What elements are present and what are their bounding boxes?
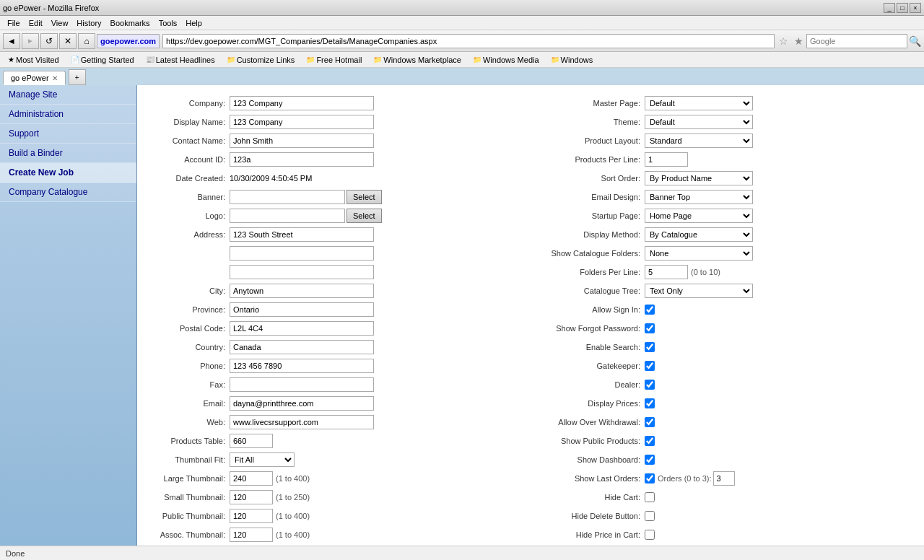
product-layout-select[interactable]: Standard [645, 134, 753, 148]
thumbnail-fit-select[interactable]: Fit All [230, 452, 295, 467]
contact-name-label: Contact Name: [150, 136, 230, 145]
menu-help[interactable]: Help [181, 17, 206, 29]
company-input[interactable] [230, 96, 374, 110]
assoc-thumbnail-input[interactable] [230, 528, 273, 542]
hide-price-in-cart-checkbox[interactable] [645, 530, 655, 540]
bookmark-customize-links-label: Customize Links [237, 56, 295, 64]
sidebar-item-company-catalogue[interactable]: Company Catalogue [0, 183, 136, 202]
new-tab-button[interactable]: + [69, 69, 86, 85]
menu-history[interactable]: History [72, 17, 105, 29]
search-icon[interactable]: 🔍 [909, 35, 921, 47]
bookmark-icon[interactable]: ★ [793, 35, 805, 47]
menu-view[interactable]: View [47, 17, 73, 29]
gatekeeper-checkbox[interactable] [645, 361, 655, 371]
contact-name-input[interactable] [230, 134, 374, 148]
address2-input[interactable] [230, 246, 374, 261]
web-input[interactable] [230, 415, 374, 429]
phone-input[interactable] [230, 359, 374, 373]
sidebar-item-support[interactable]: Support [0, 124, 136, 144]
back-button[interactable]: ◄ [3, 33, 20, 49]
country-input[interactable] [230, 340, 374, 354]
show-dashboard-label: Show Dashboard: [536, 455, 645, 464]
search-input[interactable] [806, 34, 907, 48]
email-input[interactable] [230, 396, 374, 411]
assoc-thumbnail-hint: (1 to 400) [276, 530, 310, 539]
show-last-orders-row: Show Last Orders: Orders (0 to 3): [536, 471, 911, 486]
folders-per-line-input[interactable] [645, 265, 688, 279]
web-label: Web: [150, 418, 230, 426]
display-method-select[interactable]: By Catalogue [645, 227, 753, 242]
display-prices-checkbox[interactable] [645, 398, 655, 408]
display-name-input[interactable] [230, 115, 374, 129]
refresh-button[interactable]: ↺ [40, 33, 58, 49]
bookmark-windows[interactable]: 📁 Windows [546, 54, 598, 66]
stop-button[interactable]: ✕ [59, 33, 77, 49]
allow-over-withdrawal-checkbox[interactable] [645, 417, 655, 427]
sidebar-item-create-new-job[interactable]: Create New Job [0, 163, 136, 183]
tab-close-icon[interactable]: ✕ [52, 74, 58, 82]
minimize-button[interactable]: _ [884, 3, 895, 13]
startup-page-select[interactable]: Home Page [645, 209, 753, 223]
catalogue-tree-select[interactable]: Text Only [645, 284, 753, 298]
bookmark-most-visited[interactable]: ★ Most Visited [3, 54, 64, 66]
master-page-label: Master Page: [536, 99, 645, 108]
sidebar-item-administration[interactable]: Administration [0, 105, 136, 124]
banner-select-button[interactable]: Select [346, 190, 382, 204]
home-button[interactable]: ⌂ [78, 33, 95, 49]
theme-select[interactable]: Default [645, 115, 753, 129]
sidebar-item-manage-site[interactable]: Manage Site [0, 85, 136, 105]
show-catalogue-folders-select[interactable]: None [645, 246, 753, 261]
master-page-select[interactable]: Default [645, 96, 753, 110]
small-thumbnail-input[interactable] [230, 490, 273, 504]
products-per-line-input[interactable] [645, 152, 688, 167]
sort-order-select[interactable]: By Product Name [645, 171, 753, 185]
city-input[interactable] [230, 284, 374, 298]
address3-input[interactable] [230, 265, 374, 279]
logo-input[interactable] [230, 209, 345, 223]
bookmark-getting-started[interactable]: 📄 Getting Started [66, 54, 139, 66]
public-thumbnail-input[interactable] [230, 509, 273, 523]
show-last-orders-checkbox[interactable] [645, 473, 655, 484]
show-public-products-checkbox[interactable] [645, 436, 655, 446]
logo-select-button[interactable]: Select [346, 209, 382, 223]
maximize-button[interactable]: □ [897, 3, 908, 13]
banner-input[interactable] [230, 190, 345, 204]
hide-cart-checkbox[interactable] [645, 492, 655, 502]
enable-search-checkbox[interactable] [645, 342, 655, 352]
products-table-input[interactable] [230, 434, 273, 448]
phone-row: Phone: [150, 358, 525, 374]
menu-edit[interactable]: Edit [25, 17, 47, 29]
postal-code-input[interactable] [230, 321, 374, 336]
close-button[interactable]: × [910, 3, 921, 13]
province-input[interactable] [230, 302, 374, 317]
sidebar: Manage Site Administration Support Build… [0, 85, 137, 546]
menu-file[interactable]: File [3, 17, 25, 29]
window-controls[interactable]: _ □ × [884, 3, 921, 13]
show-forgot-password-checkbox[interactable] [645, 323, 655, 333]
hide-delete-button-checkbox[interactable] [645, 511, 655, 521]
fax-input[interactable] [230, 377, 374, 392]
tab-go-epower[interactable]: go ePower ✕ [3, 71, 66, 85]
favorite-icon[interactable]: ☆ [777, 35, 790, 47]
sidebar-item-build-a-binder[interactable]: Build a Binder [0, 144, 136, 163]
bookmark-latest-headlines[interactable]: 📰 Latest Headlines [141, 54, 220, 66]
large-thumbnail-input[interactable] [230, 471, 273, 486]
left-section: Company: Display Name: Contact Name: Acc… [144, 92, 531, 546]
menu-bookmarks[interactable]: Bookmarks [106, 17, 154, 29]
product-layout-row: Product Layout: Standard [536, 133, 911, 149]
bookmark-customize-links[interactable]: 📁 Customize Links [222, 54, 300, 66]
show-last-orders-input[interactable] [713, 471, 735, 486]
address-input[interactable] [230, 227, 374, 242]
email-design-select[interactable]: Banner Top [645, 190, 753, 204]
allow-sign-in-checkbox[interactable] [645, 305, 655, 315]
address-input[interactable] [162, 34, 775, 48]
bookmark-windows-marketplace[interactable]: 📁 Windows Marketplace [368, 54, 466, 66]
dealer-checkbox[interactable] [645, 380, 655, 390]
address2-row [150, 245, 525, 261]
bookmark-windows-media[interactable]: 📁 Windows Media [468, 54, 544, 66]
forward-button[interactable]: ► [22, 33, 39, 49]
show-dashboard-checkbox[interactable] [645, 455, 655, 465]
menu-tools[interactable]: Tools [154, 17, 182, 29]
account-id-input[interactable] [230, 152, 374, 167]
bookmark-free-hotmail[interactable]: 📁 Free Hotmail [301, 54, 367, 66]
